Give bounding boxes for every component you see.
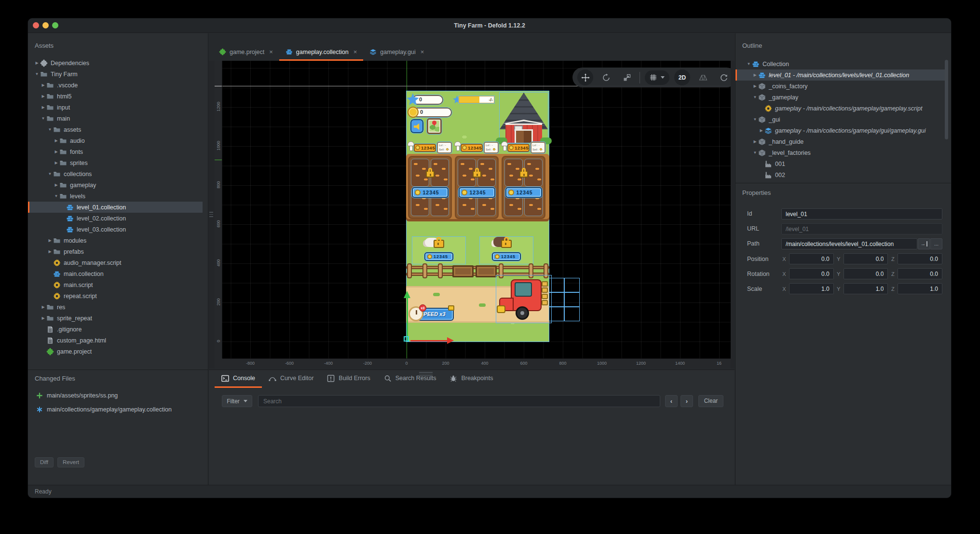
outline-tree-item[interactable]: level_01 - /main/collections/levels/leve… bbox=[735, 69, 946, 81]
asset-tree-item[interactable]: levels bbox=[28, 191, 203, 202]
asset-tree-item[interactable]: input bbox=[28, 102, 203, 113]
gizmo-origin-handle[interactable] bbox=[404, 336, 409, 342]
console-tab[interactable]: Curve Editor bbox=[262, 370, 320, 388]
grid-settings-button[interactable] bbox=[645, 70, 669, 85]
panel-splitter-grip[interactable] bbox=[209, 210, 213, 219]
editor-tab[interactable]: gameplay.gui × bbox=[363, 44, 430, 61]
expand-arrow-icon[interactable] bbox=[40, 94, 46, 98]
gizmo-x-arrowhead[interactable] bbox=[447, 337, 454, 344]
close-tab-icon[interactable]: × bbox=[354, 48, 357, 55]
farm-plot[interactable]: 12345 bbox=[502, 156, 545, 219]
move-tool-button[interactable] bbox=[577, 69, 593, 85]
expand-arrow-icon[interactable] bbox=[752, 84, 758, 88]
expand-arrow-icon[interactable] bbox=[752, 139, 758, 144]
expand-arrow-icon[interactable] bbox=[53, 183, 59, 187]
scene-canvas[interactable]: 0 0 -/- bbox=[222, 61, 731, 358]
farm-plot[interactable]: 12345 bbox=[408, 156, 452, 219]
console-tab[interactable]: Search Results bbox=[377, 370, 443, 388]
y-value-field[interactable] bbox=[844, 268, 888, 279]
rotate-tool-button[interactable] bbox=[598, 69, 614, 85]
outline-tree-item[interactable]: _gameplay bbox=[735, 92, 946, 103]
outline-scrollbar[interactable] bbox=[945, 60, 948, 139]
sound-button[interactable] bbox=[410, 119, 423, 133]
changed-file-item[interactable]: main/collections/gameplay/gameplay.colle… bbox=[28, 402, 208, 416]
asset-tree-item[interactable]: sprites bbox=[28, 157, 203, 168]
expand-arrow-icon[interactable] bbox=[40, 105, 46, 110]
asset-tree-item[interactable]: prefabs bbox=[28, 246, 203, 257]
asset-tree-item[interactable]: level_02.collection bbox=[28, 213, 203, 224]
barn[interactable] bbox=[500, 93, 548, 143]
asset-tree-item[interactable]: main.collection bbox=[28, 268, 203, 279]
asset-tree-item[interactable]: repeat.script bbox=[28, 290, 203, 301]
expand-arrow-icon[interactable] bbox=[47, 127, 53, 132]
close-tab-icon[interactable]: × bbox=[269, 48, 273, 55]
clear-console-button[interactable]: Clear bbox=[698, 395, 723, 407]
game-scene[interactable]: 0 0 -/- bbox=[407, 91, 549, 342]
y-value-field[interactable] bbox=[844, 253, 888, 264]
asset-tree-item[interactable]: .gitignore bbox=[28, 324, 203, 335]
changed-file-item[interactable]: main/assets/sprites/ss.png bbox=[28, 388, 208, 402]
outline-tree-item[interactable]: Collection bbox=[735, 58, 946, 69]
outline-tree-item[interactable]: 001 bbox=[735, 158, 946, 169]
filter-dropdown[interactable]: Filter bbox=[222, 395, 252, 407]
x-value-field[interactable] bbox=[789, 283, 834, 294]
asset-tree-item[interactable]: audio_manager.script bbox=[28, 257, 203, 268]
outline-tree-item[interactable]: gameplay - /main/collections/gameplay/ga… bbox=[735, 103, 946, 114]
diff-button[interactable]: Diff bbox=[35, 457, 54, 467]
expand-arrow-icon[interactable] bbox=[752, 73, 758, 77]
asset-tree-item[interactable]: main bbox=[28, 113, 203, 124]
editor-tab[interactable]: gameplay.collection × bbox=[279, 44, 363, 61]
asset-tree-item[interactable]: assets bbox=[28, 124, 203, 135]
asset-tree-item[interactable]: level_01.collection bbox=[28, 202, 203, 213]
console-tab[interactable]: Console bbox=[215, 370, 262, 388]
asset-tree-item[interactable]: Tiny Farm bbox=[28, 68, 203, 80]
expand-arrow-icon[interactable] bbox=[47, 172, 53, 176]
z-value-field[interactable] bbox=[898, 253, 942, 264]
asset-tree-item[interactable]: sprite_repeat bbox=[28, 313, 203, 324]
expand-arrow-icon[interactable] bbox=[758, 128, 764, 133]
outline-tree-item[interactable]: _hand_guide bbox=[735, 136, 946, 147]
expand-arrow-icon[interactable] bbox=[47, 249, 53, 254]
z-value-field[interactable] bbox=[898, 283, 942, 294]
asset-tree-item[interactable]: .vscode bbox=[28, 80, 203, 91]
expand-arrow-icon[interactable] bbox=[752, 95, 758, 99]
x-value-field[interactable] bbox=[789, 268, 834, 279]
animal-pen[interactable]: 12345 bbox=[480, 237, 533, 264]
x-value-field[interactable] bbox=[789, 253, 834, 264]
expand-arrow-icon[interactable] bbox=[53, 161, 59, 165]
expand-arrow-icon[interactable] bbox=[34, 72, 40, 76]
expand-arrow-icon[interactable] bbox=[752, 151, 758, 155]
expand-arrow-icon[interactable] bbox=[40, 116, 46, 121]
expand-arrow-icon[interactable] bbox=[40, 83, 46, 87]
asset-tree-item[interactable]: html5 bbox=[28, 91, 203, 102]
outline-tree-item[interactable]: gameplay - /main/collections/gameplay/gu… bbox=[735, 125, 946, 136]
next-match-button[interactable]: › bbox=[681, 395, 693, 407]
outline-tree-item[interactable]: _gui bbox=[735, 114, 946, 125]
farm-plot[interactable]: 12345 bbox=[455, 156, 499, 219]
z-value-field[interactable] bbox=[898, 268, 942, 279]
asset-tree-item[interactable]: main.script bbox=[28, 279, 203, 290]
expand-arrow-icon[interactable] bbox=[47, 238, 53, 243]
outline-tree-item[interactable]: 002 bbox=[735, 169, 946, 180]
expand-arrow-icon[interactable] bbox=[53, 194, 59, 198]
path-field[interactable] bbox=[781, 238, 917, 249]
editor-tab[interactable]: game.project × bbox=[213, 44, 279, 61]
asset-tree-item[interactable]: fonts bbox=[28, 146, 203, 157]
2d-mode-button[interactable]: 2D bbox=[674, 69, 690, 85]
expand-arrow-icon[interactable] bbox=[752, 117, 758, 122]
y-value-field[interactable] bbox=[844, 283, 888, 294]
expand-arrow-icon[interactable] bbox=[40, 305, 46, 309]
browse-resource-button[interactable]: ... bbox=[930, 238, 942, 249]
console-tab[interactable]: Breakpoints bbox=[443, 370, 500, 388]
gizmo-x-axis[interactable] bbox=[410, 340, 447, 342]
expand-arrow-icon[interactable] bbox=[34, 61, 40, 65]
console-search-input[interactable] bbox=[258, 395, 660, 407]
asset-tree-item[interactable]: collections bbox=[28, 168, 203, 179]
expand-arrow-icon[interactable] bbox=[40, 316, 46, 320]
asset-tree-item[interactable]: Dependencies bbox=[28, 57, 203, 68]
id-field[interactable] bbox=[781, 208, 942, 219]
frustum-culling-button[interactable] bbox=[695, 69, 711, 85]
asset-tree-item[interactable]: res bbox=[28, 301, 203, 313]
asset-tree-item[interactable]: modules bbox=[28, 235, 203, 246]
outline-tree-item[interactable]: _coins_factory bbox=[735, 81, 946, 92]
